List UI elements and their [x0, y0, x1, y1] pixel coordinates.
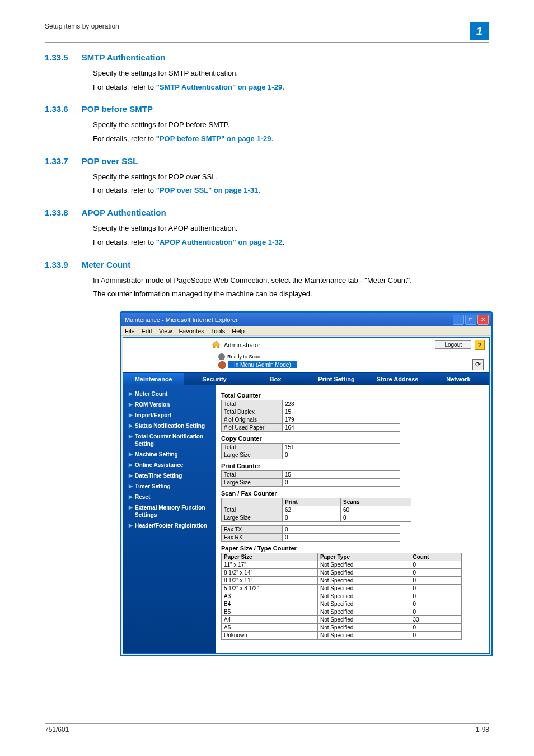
- sidebar-item[interactable]: ▶Machine Setting: [123, 449, 216, 460]
- triangle-icon: ▶: [129, 412, 133, 419]
- data-table: Total228Total Duplex15# of Originals179#…: [221, 400, 400, 432]
- section-title: APOP Authentication: [82, 208, 166, 217]
- sidebar-item[interactable]: ▶Status Notification Setting: [123, 421, 216, 431]
- footer-right: 1-98: [476, 726, 489, 734]
- sidebar-item[interactable]: ▶Online Assistance: [123, 460, 216, 470]
- tab-network[interactable]: Network: [428, 373, 489, 385]
- sidebar-item[interactable]: ▶Import/Export: [123, 410, 216, 421]
- sidebar-item[interactable]: ▶Date/Time Setting: [123, 470, 216, 481]
- section-body: Specify the settings for POP before SMTP…: [93, 118, 489, 132]
- tab-security[interactable]: Security: [184, 373, 245, 385]
- close-icon[interactable]: ✕: [477, 315, 489, 325]
- triangle-icon: ▶: [129, 402, 133, 408]
- chapter-badge: 1: [470, 22, 489, 40]
- breadcrumb: Setup items by operation: [45, 22, 119, 30]
- section-title: SMTP Authentication: [82, 53, 166, 62]
- tab-print-setting[interactable]: Print Setting: [306, 373, 367, 385]
- section-body: Specify the settings for POP over SSL.: [93, 170, 489, 184]
- menu-item[interactable]: Edit: [142, 328, 152, 334]
- section-number: 1.33.5: [45, 53, 68, 62]
- menu-item[interactable]: Favorites: [179, 328, 204, 334]
- logout-button[interactable]: Logout: [435, 340, 471, 349]
- minimize-icon[interactable]: ‒: [453, 315, 464, 325]
- triangle-icon: ▶: [129, 433, 133, 440]
- group-title: Scan / Fax Counter: [221, 490, 484, 497]
- triangle-icon: ▶: [129, 522, 133, 529]
- tab-store-address[interactable]: Store Address: [367, 373, 428, 385]
- section-ref: For details, refer to "POP before SMTP" …: [93, 132, 489, 146]
- triangle-icon: ▶: [129, 505, 133, 511]
- section-title: POP over SSL: [82, 156, 138, 166]
- browser-window: Maintenance - Microsoft Internet Explore…: [120, 311, 493, 656]
- section-title: POP before SMTP: [82, 104, 153, 114]
- sidebar-item[interactable]: ▶Timer Setting: [123, 481, 216, 492]
- menu-item[interactable]: Help: [232, 328, 245, 334]
- data-table: PrintScansTotal6260Large Size00: [221, 498, 411, 522]
- section-number: 1.33.6: [45, 104, 68, 114]
- printer-status-icon: [218, 353, 225, 360]
- group-title: Paper Size / Type Counter: [221, 545, 484, 552]
- triangle-icon: ▶: [129, 473, 133, 479]
- home-icon: [212, 340, 221, 349]
- section-body: Specify the settings for SMTP authentica…: [93, 67, 489, 81]
- admin-label: Administrator: [224, 342, 260, 348]
- section-number: 1.33.7: [45, 156, 68, 166]
- cross-ref-link[interactable]: "POP before SMTP" on page 1-29: [156, 134, 271, 143]
- sidebar-item[interactable]: ▶Reset: [123, 492, 216, 502]
- triangle-icon: ▶: [129, 423, 133, 430]
- menu-item[interactable]: Tools: [211, 328, 226, 334]
- data-table: Paper SizePaper TypeCount11" x 17"Not Sp…: [221, 553, 462, 640]
- maximize-icon[interactable]: □: [465, 315, 476, 325]
- status-ready: Ready to Scan: [227, 354, 260, 360]
- cross-ref-link[interactable]: "SMTP Authentication" on page 1-29: [156, 83, 282, 91]
- sidebar-item[interactable]: ▶Meter Count: [123, 389, 216, 399]
- section-title: Meter Count: [82, 260, 131, 269]
- section-ref: For details, refer to "SMTP Authenticati…: [93, 81, 489, 95]
- group-title: Total Counter: [221, 392, 484, 399]
- triangle-icon: ▶: [129, 494, 133, 501]
- data-table: Total15Large Size0: [221, 470, 400, 487]
- cross-ref-link[interactable]: "APOP Authentication" on page 1-32: [156, 238, 283, 246]
- triangle-icon: ▶: [129, 391, 133, 398]
- menu-item[interactable]: File: [125, 328, 135, 334]
- group-title: Copy Counter: [221, 435, 484, 442]
- section-number: 1.33.8: [45, 208, 68, 217]
- section-ref: For details, refer to "POP over SSL" on …: [93, 184, 489, 198]
- meter-line2: The counter information managed by the m…: [93, 287, 489, 301]
- section-number: 1.33.9: [45, 260, 68, 269]
- tab-maintenance[interactable]: Maintenance: [123, 373, 184, 385]
- footer-left: 751/601: [45, 726, 69, 734]
- cross-ref-link[interactable]: "POP over SSL" on page 1-31: [156, 186, 259, 194]
- window-title: Maintenance - Microsoft Internet Explore…: [125, 316, 238, 323]
- data-table: Fax TX0Fax RX0: [221, 525, 400, 542]
- meter-line1: In Administrator mode of PageScope Web C…: [93, 274, 489, 288]
- tab-box[interactable]: Box: [245, 373, 306, 385]
- help-icon[interactable]: ?: [475, 340, 485, 350]
- menu-status-icon: [218, 361, 226, 369]
- sidebar-item[interactable]: ▶External Memory Function Settings: [123, 502, 216, 520]
- triangle-icon: ▶: [129, 462, 133, 469]
- group-title: Print Counter: [221, 463, 484, 469]
- menu-item[interactable]: View: [159, 328, 172, 334]
- sidebar-item[interactable]: ▶Total Counter Notification Setting: [123, 431, 216, 449]
- section-ref: For details, refer to "APOP Authenticati…: [93, 236, 489, 250]
- sidebar-item[interactable]: ▶Header/Footer Registration: [123, 520, 216, 531]
- data-table: Total151Large Size0: [221, 443, 400, 459]
- section-body: Specify the settings for APOP authentica…: [93, 222, 489, 236]
- sidebar-item[interactable]: ▶ROM Version: [123, 399, 216, 410]
- status-menu: In Menu (Admin Mode): [228, 361, 297, 368]
- triangle-icon: ▶: [129, 483, 133, 490]
- svg-marker-0: [212, 341, 220, 348]
- triangle-icon: ▶: [129, 451, 133, 458]
